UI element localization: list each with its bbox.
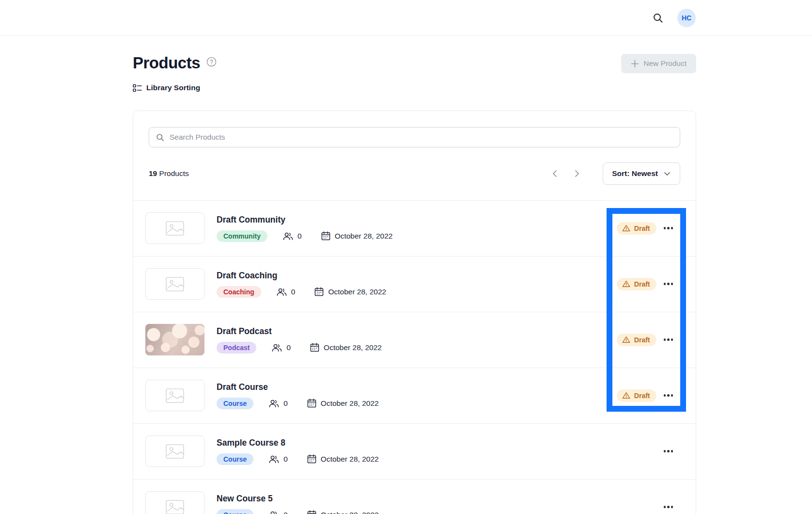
status-badge: Draft [617,389,656,402]
created-date: October 28, 2022 [307,454,379,464]
status-badge: Draft [617,222,656,235]
warning-icon [622,336,630,343]
members-count: 0 [277,288,296,296]
calendar-icon [321,231,330,241]
help-icon[interactable] [206,57,217,67]
category-badge: Coaching [217,286,261,298]
users-icon [269,399,279,408]
members-count: 0 [283,232,302,241]
category-badge: Course [217,509,253,514]
product-row: Draft Coaching Coaching 0 [133,257,696,312]
users-icon [269,511,279,514]
created-date: October 28, 2022 [321,231,393,241]
product-row: New Course 5 Course 0 [133,480,696,514]
image-placeholder-icon [166,388,184,403]
created-date: October 28, 2022 [310,343,382,352]
image-placeholder-icon [166,500,184,514]
search-icon [156,133,165,142]
members-count: 0 [269,511,288,514]
product-title[interactable]: Sample Course 8 [217,438,664,448]
image-placeholder-icon [166,221,184,236]
sort-dropdown[interactable]: Sort: Newest [603,162,680,185]
product-list: Draft Community Community 0 [133,200,696,514]
product-thumbnail[interactable] [145,435,204,467]
product-thumbnail[interactable] [145,212,204,244]
product-row: Draft Podcast Podcast 0 [133,312,696,368]
new-product-button[interactable]: New Product [621,54,696,73]
product-row: Sample Course 8 Course 0 [133,424,696,480]
search-products-input[interactable] [149,127,680,147]
category-badge: Community [217,230,267,242]
created-date: October 28, 2022 [307,399,379,408]
product-thumbnail[interactable] [145,380,204,411]
image-placeholder-icon [166,277,184,291]
category-badge: Podcast [217,342,256,353]
more-options-icon[interactable] [664,281,673,287]
warning-icon [622,280,630,288]
chevron-right-icon[interactable] [571,168,582,179]
plus-icon [631,60,639,68]
created-date: October 28, 2022 [307,510,379,514]
product-title[interactable]: Draft Podcast [217,326,617,337]
status-badge: Draft [617,334,656,346]
users-icon [277,288,287,296]
members-count: 0 [269,455,288,464]
product-row: Draft Community Community 0 [133,201,696,257]
more-options-icon[interactable] [664,448,673,454]
calendar-icon [307,399,316,408]
users-icon [272,343,282,352]
list-icon [133,84,142,92]
created-date: October 28, 2022 [314,287,386,296]
category-badge: Course [217,453,253,465]
list-toolbar: 19 Products Sort: Newest [149,162,680,185]
more-options-icon[interactable] [664,392,673,399]
warning-icon [622,225,630,232]
main-content: Products New Product Library Sorting [133,54,696,514]
library-sorting-label: Library Sorting [146,83,200,92]
product-thumbnail[interactable] [145,324,204,355]
search-icon[interactable] [652,12,664,24]
product-title[interactable]: Draft Coaching [217,271,617,281]
members-count: 0 [272,343,291,352]
more-options-icon[interactable] [664,337,673,343]
calendar-icon [314,287,324,296]
users-icon [269,455,279,464]
image-placeholder-icon [166,444,184,459]
top-bar: HC [0,0,812,36]
members-count: 0 [269,399,288,408]
warning-icon [622,392,630,399]
products-count: 19 Products [149,169,189,178]
calendar-icon [310,343,319,352]
category-badge: Course [217,398,253,409]
library-sorting-link[interactable]: Library Sorting [133,83,200,92]
more-options-icon[interactable] [664,504,673,510]
product-row: Draft Course Course 0 [133,368,696,424]
avatar[interactable]: HC [677,9,696,27]
products-panel: 19 Products Sort: Newest [133,111,696,514]
product-title[interactable]: Draft Course [217,382,617,392]
chevron-left-icon[interactable] [549,168,561,179]
product-thumbnail[interactable] [145,491,204,514]
product-title[interactable]: New Course 5 [217,494,664,504]
search-field-wrap [149,127,680,147]
page-title: Products [133,54,200,72]
status-badge: Draft [617,278,656,290]
calendar-icon [307,454,316,464]
page-header: Products New Product [133,54,696,73]
more-options-icon[interactable] [664,225,673,231]
chevron-down-icon [663,170,671,177]
users-icon [283,232,293,241]
product-thumbnail[interactable] [145,268,204,300]
calendar-icon [307,510,316,514]
product-title[interactable]: Draft Community [217,215,617,225]
